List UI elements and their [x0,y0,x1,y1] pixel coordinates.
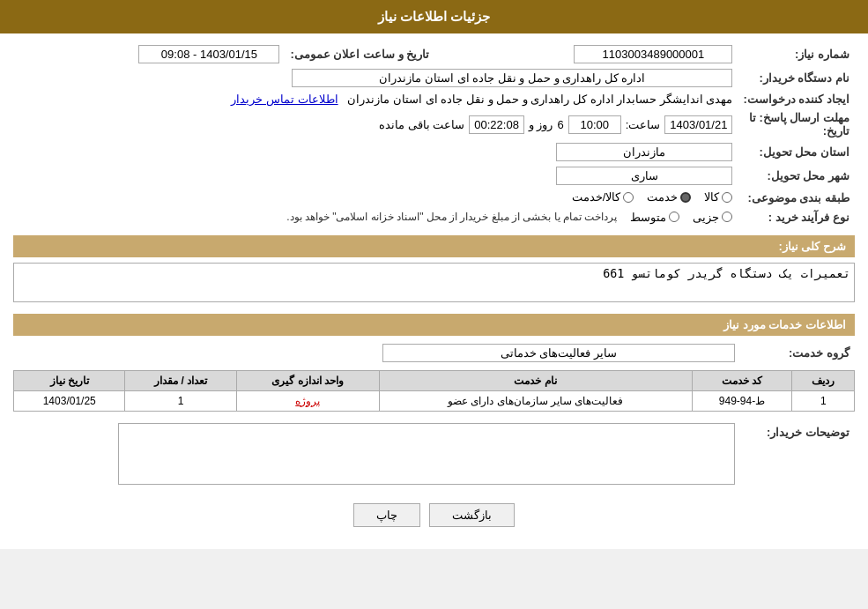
cell-tarikh: 1403/01/25 [14,390,125,411]
tabaghe-kalakhedmat-radio [623,192,634,203]
table-row: 1 ط-94-949 فعالیت‌های سایر سازمان‌های دا… [14,390,855,411]
shahr-input: ساری [556,167,732,185]
cell-radif: 1 [792,390,855,411]
tabaghe-label: طبقه بندی موضوعی: [738,188,855,208]
page-title: جزئیات اطلاعات نیاز [378,9,490,24]
tarikh-value: 1403/01/15 - 09:08 [13,42,285,66]
col-kod: کد خدمت [692,370,792,390]
noefarayand-label: نوع فرآیند خرید : [738,208,855,227]
khadamat-label: اطلاعات خدمات مورد نیاز [723,318,846,331]
namDastgah-label: نام دستگاه خریدار: [738,66,855,90]
mohlat-roz-value: 6 [558,118,564,131]
grohe-value: سایر فعالیت‌های خدماتی [13,341,740,365]
ostan-label: استان محل تحویل: [738,140,855,164]
mohlat-date: 1403/01/21 [664,115,732,134]
khadamat-section-title: اطلاعات خدمات مورد نیاز [13,314,855,336]
mohlat-time-label: ساعت: [626,118,661,131]
noefarayand-row: جزیی متوسط پرداخت تمام یا بخشی از مبلغ خ… [13,208,738,227]
shahr-label: شهر محل تحویل: [738,164,855,188]
toozihat-area [13,420,740,490]
mohlat-row: 1403/01/21 ساعت: 10:00 6 روز و 00:22:08 … [13,108,738,140]
col-vahed: واحد اندازه گیری [236,370,379,390]
tarikh-label: تاریخ و ساعت اعلان عمومی: [285,42,434,66]
tabaghe-khedmat: خدمت [647,190,691,204]
tabaghe-kala-label: کالا [704,190,719,204]
namDastgah-input: اداره کل راهداری و حمل و نقل جاده ای است… [292,69,732,87]
grohe-label: گروه خدمت: [740,341,855,365]
cell-nam: فعالیت‌های سایر سازمان‌های دارای عضو [379,390,692,411]
shomareNiaz-input: 1103003489000001 [574,45,732,63]
mohlat-time: 10:00 [568,115,621,134]
sharh-textarea[interactable] [13,263,855,302]
tabaghe-options: کالا خدمت کالا/خدمت [13,188,738,208]
tabaghe-khedmat-radio [680,192,691,203]
cell-tedad: 1 [125,390,236,411]
shomareNiaz-value: 1103003489000001 [434,42,738,66]
col-nam: نام خدمت [379,370,692,390]
ijadKonande-label: ایجاد کننده درخواست: [738,90,855,108]
noefarayand-jozi: جزیی [693,211,732,224]
sharh-area [13,263,855,305]
noefarayand-mota: متوسط [630,211,679,224]
tabaghe-kalakhedmat-label: کالا/خدمت [572,190,621,204]
noefarayand-mota-radio [669,212,679,222]
toozihat-table: توضیحات خریدار: [13,420,855,490]
noefarayand-note: پرداخت تمام یا بخشی از مبلغ خریدار از مح… [286,211,617,223]
ijadKonande-value: مهدی اندایشگر حسابدار اداره کل راهداری و… [13,90,738,108]
noefarayand-jozi-label: جزیی [693,211,719,224]
shomareNiaz-label: شماره نیاز: [738,42,855,66]
col-radif: ردیف [792,370,855,390]
mohlat-remaining-label: ساعت باقی مانده [379,118,464,131]
tarikh-input: 1403/01/15 - 09:08 [138,45,279,63]
col-tedad: تعداد / مقدار [125,370,236,390]
sharh-section-title: شرح کلی نیاز: [13,235,855,257]
main-content: شماره نیاز: 1103003489000001 تاریخ و ساع… [0,33,868,549]
tabaghe-kalakhedmat: کالا/خدمت [572,190,634,204]
button-group: بازگشت چاپ [13,503,855,527]
mohlat-label: مهلت ارسال پاسخ: تا تاریخ: [738,108,855,140]
noefarayand-mota-label: متوسط [630,211,666,224]
mohlat-remaining: 00:22:08 [469,115,524,134]
grohe-table: گروه خدمت: سایر فعالیت‌های خدماتی [13,341,855,365]
toozihat-label: توضیحات خریدار: [740,420,855,490]
noefarayand-jozi-radio [722,212,732,222]
toozihat-textarea[interactable] [118,423,735,485]
cell-vahed: پروژه [236,390,379,411]
info-table: شماره نیاز: 1103003489000001 تاریخ و ساع… [13,42,855,227]
col-tarikh: تاریخ نیاز [14,370,125,390]
page-wrapper: جزئیات اطلاعات نیاز شماره نیاز: 11030034… [0,0,868,549]
shahr-value: ساری [13,164,738,188]
back-button[interactable]: بازگشت [429,503,515,527]
ijadKonande-text: مهدی اندایشگر حسابدار اداره کل راهداری و… [347,93,732,106]
services-table: ردیف کد خدمت نام خدمت واحد اندازه گیری ت… [13,370,855,412]
ostan-value: مازندران [13,140,738,164]
print-button[interactable]: چاپ [353,503,420,527]
ijadKonande-link[interactable]: اطلاعات تماس خریدار [231,93,338,106]
page-header: جزئیات اطلاعات نیاز [0,0,868,33]
tabaghe-kala-radio [722,192,732,203]
grohe-input: سایر فعالیت‌های خدماتی [382,344,735,362]
namDastgah-value: اداره کل راهداری و حمل و نقل جاده ای است… [13,66,738,90]
ostan-input: مازندران [556,143,732,161]
tabaghe-khedmat-label: خدمت [647,190,678,204]
sharh-label: شرح کلی نیاز: [778,240,846,253]
mohlat-roz-label: روز و [529,118,553,131]
tabaghe-kala: کالا [704,190,732,204]
cell-kod: ط-94-949 [692,390,792,411]
